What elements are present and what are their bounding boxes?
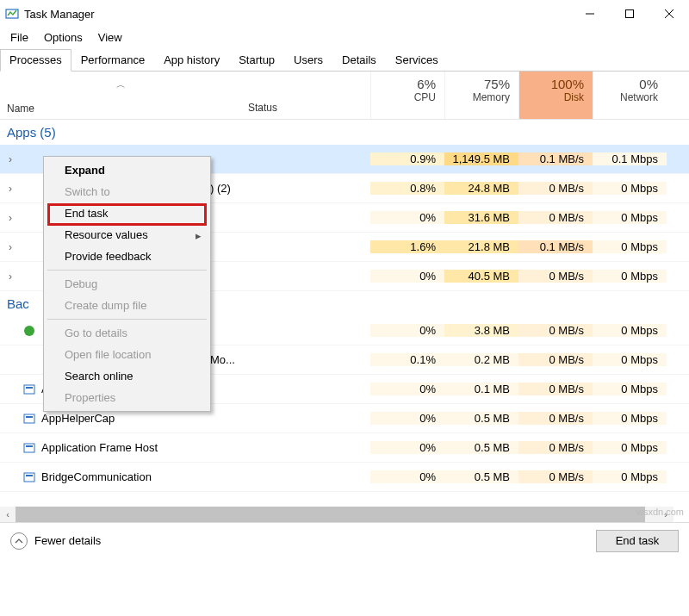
- process-name: Application Frame Host: [38, 441, 241, 454]
- context-menu[interactable]: Expand Switch to End task Resource value…: [43, 156, 211, 412]
- process-icon: [21, 324, 38, 338]
- header-disk[interactable]: 100% Disk: [518, 72, 593, 119]
- close-button[interactable]: [649, 0, 689, 28]
- ctx-expand[interactable]: Expand: [46, 159, 208, 181]
- ctx-open-file-location: Open file location: [46, 344, 208, 365]
- svg-rect-11: [26, 445, 33, 447]
- sort-indicator[interactable]: ︿: [0, 72, 241, 98]
- process-name: AppHelperCap: [38, 412, 241, 425]
- svg-rect-10: [24, 444, 34, 452]
- svg-rect-13: [26, 475, 33, 476]
- menu-options[interactable]: Options: [37, 29, 90, 46]
- footer-bar: Fewer details End task: [0, 522, 689, 558]
- separator: [47, 319, 207, 320]
- svg-point-5: [24, 326, 34, 336]
- tab-details[interactable]: Details: [332, 49, 386, 72]
- chevron-up-icon: [10, 532, 28, 550]
- svg-rect-2: [626, 10, 634, 18]
- svg-rect-9: [26, 416, 33, 418]
- ctx-debug: Debug: [46, 273, 208, 295]
- minimize-button[interactable]: [570, 0, 610, 28]
- window-title: Task Manager: [24, 8, 570, 21]
- end-task-button[interactable]: End task: [596, 530, 679, 552]
- tab-app-history[interactable]: App history: [154, 49, 229, 72]
- chevron-right-icon: ▸: [196, 229, 202, 242]
- header-network[interactable]: 0% Network: [593, 72, 667, 119]
- tab-users[interactable]: Users: [284, 49, 332, 72]
- process-icon: [21, 441, 38, 455]
- tab-startup[interactable]: Startup: [229, 49, 284, 72]
- expand-icon[interactable]: ›: [0, 271, 21, 283]
- svg-rect-8: [24, 414, 34, 423]
- cpu-cell: 0.9%: [370, 152, 444, 165]
- header-status[interactable]: Status: [241, 72, 370, 119]
- header-cpu[interactable]: 6% CPU: [370, 72, 444, 119]
- column-headers[interactable]: ︿ Name Status 6% CPU 75% Memory 100% Dis…: [0, 72, 689, 120]
- scroll-thumb[interactable]: [16, 507, 645, 522]
- expand-icon[interactable]: ›: [0, 241, 21, 253]
- mem-cell: 1,149.5 MB: [444, 152, 518, 165]
- process-icon: [21, 412, 38, 426]
- ctx-provide-feedback[interactable]: Provide feedback: [46, 246, 208, 267]
- tab-processes[interactable]: Processes: [0, 49, 71, 72]
- ctx-resource-values[interactable]: Resource values ▸: [46, 224, 208, 246]
- ctx-switch-to: Switch to: [46, 181, 208, 202]
- ctx-end-task[interactable]: End task: [46, 202, 208, 224]
- scroll-left-icon[interactable]: ‹: [0, 507, 16, 522]
- menu-view[interactable]: View: [91, 29, 129, 46]
- net-cell: 0.1 Mbps: [593, 152, 667, 165]
- ctx-go-to-details: Go to details: [46, 322, 208, 344]
- process-table: ︿ Name Status 6% CPU 75% Memory 100% Dis…: [0, 72, 689, 558]
- svg-rect-7: [26, 387, 33, 389]
- horizontal-scrollbar[interactable]: ‹ ›: [0, 507, 673, 522]
- title-bar: Task Manager: [0, 0, 689, 28]
- svg-rect-12: [24, 473, 34, 482]
- group-apps[interactable]: Apps (5): [0, 120, 689, 145]
- separator: [47, 270, 207, 271]
- tab-services[interactable]: Services: [386, 49, 448, 72]
- table-row[interactable]: BridgeCommunication 0% 0.5 MB 0 MB/s 0 M…: [0, 463, 689, 492]
- task-manager-icon: [5, 7, 19, 21]
- disk-cell: 0.1 MB/s: [518, 152, 593, 165]
- expand-icon[interactable]: ›: [0, 212, 21, 224]
- table-row[interactable]: Application Frame Host 0% 0.5 MB 0 MB/s …: [0, 433, 689, 463]
- fewer-details-toggle[interactable]: Fewer details: [10, 532, 101, 550]
- tab-performance[interactable]: Performance: [71, 49, 154, 72]
- ctx-search-online[interactable]: Search online: [46, 365, 208, 387]
- header-memory[interactable]: 75% Memory: [444, 72, 518, 119]
- expand-icon[interactable]: ›: [0, 153, 21, 165]
- tab-strip: Processes Performance App history Startu…: [0, 48, 689, 72]
- process-icon: [21, 383, 38, 396]
- ctx-create-dump: Create dump file: [46, 295, 208, 316]
- menu-file[interactable]: File: [3, 29, 35, 46]
- process-icon: [21, 470, 38, 484]
- header-name[interactable]: Name: [0, 98, 241, 119]
- maximize-button[interactable]: [610, 0, 649, 28]
- menu-bar: File Options View: [0, 28, 689, 47]
- svg-rect-6: [24, 385, 34, 394]
- watermark: wsxdn.com: [636, 507, 684, 517]
- expand-icon[interactable]: ›: [0, 183, 21, 195]
- process-name: BridgeCommunication: [38, 470, 241, 483]
- ctx-properties: Properties: [46, 387, 208, 408]
- process-rows[interactable]: Apps (5) › 0.9% 1,149.5 MB 0.1 MB/s 0.1 …: [0, 120, 689, 558]
